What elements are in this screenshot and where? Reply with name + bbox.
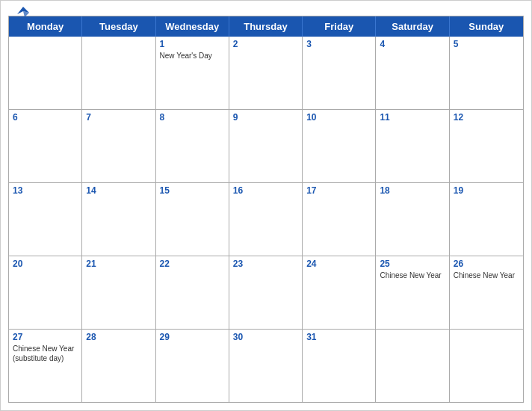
weekday-header-tuesday: Tuesday	[82, 16, 155, 37]
calendar-cell: 27Chinese New Year (substitute day)	[9, 330, 82, 402]
calendar-cell: 2	[229, 37, 303, 109]
day-number: 28	[86, 332, 151, 342]
day-number: 12	[454, 112, 519, 123]
day-number: 5	[454, 39, 519, 49]
calendar: MondayTuesdayWednesdayThursdayFridaySatu…	[8, 16, 524, 403]
day-number: 4	[380, 39, 445, 49]
calendar-header-row: MondayTuesdayWednesdayThursdayFridaySatu…	[9, 16, 523, 37]
day-number: 13	[13, 185, 78, 196]
calendar-week-2: 6789101112	[9, 110, 523, 183]
calendar-week-1: 1New Year's Day2345	[9, 37, 523, 110]
calendar-cell: 9	[229, 110, 303, 182]
calendar-cell	[376, 330, 449, 402]
calendar-cell: 6	[9, 110, 82, 182]
calendar-cell: 29	[156, 330, 229, 402]
calendar-cell: 11	[376, 110, 449, 182]
day-number: 7	[86, 112, 151, 123]
holiday-label: New Year's Day	[160, 51, 225, 61]
calendar-cell: 1New Year's Day	[156, 37, 229, 109]
day-number: 17	[306, 185, 371, 196]
logo-bird-icon	[17, 7, 29, 22]
day-number: 23	[233, 259, 298, 269]
day-number: 9	[233, 112, 298, 123]
weekday-header-thursday: Thursday	[229, 16, 303, 37]
calendar-cell: 31	[303, 330, 376, 402]
calendar-cell: 30	[229, 330, 303, 402]
calendar-week-4: 202122232425Chinese New Year26Chinese Ne…	[9, 256, 523, 330]
holiday-label: Chinese New Year (substitute day)	[13, 344, 78, 363]
calendar-cell: 24	[303, 256, 376, 329]
calendar-cell: 20	[9, 256, 82, 329]
day-number: 16	[233, 185, 298, 196]
calendar-cell: 21	[82, 256, 155, 329]
day-number: 11	[380, 112, 445, 123]
calendar-cell: 10	[303, 110, 376, 182]
calendar-cell: 14	[82, 183, 155, 256]
calendar-body: 1New Year's Day2345678910111213141516171…	[9, 37, 523, 402]
page-header	[1, 1, 531, 16]
day-number: 29	[160, 332, 225, 342]
calendar-cell: 28	[82, 330, 155, 402]
calendar-cell: 5	[450, 37, 523, 109]
calendar-cell: 8	[156, 110, 229, 182]
calendar-week-3: 13141516171819	[9, 183, 523, 256]
calendar-page: MondayTuesdayWednesdayThursdayFridaySatu…	[0, 0, 532, 411]
day-number: 31	[306, 332, 371, 342]
calendar-cell: 12	[450, 110, 523, 182]
day-number: 30	[233, 332, 298, 342]
day-number: 14	[86, 185, 151, 196]
day-number: 20	[13, 259, 78, 269]
calendar-cell: 13	[9, 183, 82, 256]
day-number: 15	[160, 185, 225, 196]
calendar-cell: 16	[229, 183, 303, 256]
calendar-cell	[450, 330, 523, 402]
calendar-cell	[82, 37, 155, 109]
weekday-header-saturday: Saturday	[376, 16, 449, 37]
calendar-cell: 19	[450, 183, 523, 256]
holiday-label: Chinese New Year	[380, 271, 445, 280]
day-number: 10	[306, 112, 371, 123]
day-number: 25	[380, 259, 445, 269]
weekday-header-friday: Friday	[303, 16, 376, 37]
calendar-cell: 22	[156, 256, 229, 329]
calendar-cell: 7	[82, 110, 155, 182]
day-number: 2	[233, 39, 298, 49]
calendar-cell: 18	[376, 183, 449, 256]
day-number: 6	[13, 112, 78, 123]
weekday-header-sunday: Sunday	[450, 16, 523, 37]
day-number: 18	[380, 185, 445, 196]
day-number: 3	[306, 39, 371, 49]
calendar-cell: 25Chinese New Year	[376, 256, 449, 329]
day-number: 19	[454, 185, 519, 196]
day-number: 8	[160, 112, 225, 123]
weekday-header-wednesday: Wednesday	[156, 16, 229, 37]
calendar-cell: 23	[229, 256, 303, 329]
day-number: 22	[160, 259, 225, 269]
day-number: 24	[306, 259, 371, 269]
calendar-cell: 4	[376, 37, 449, 109]
day-number: 1	[160, 39, 225, 49]
calendar-cell	[9, 37, 82, 109]
holiday-label: Chinese New Year	[454, 271, 519, 280]
calendar-cell: 3	[303, 37, 376, 109]
calendar-cell: 17	[303, 183, 376, 256]
calendar-week-5: 27Chinese New Year (substitute day)28293…	[9, 330, 523, 402]
day-number: 26	[454, 259, 519, 269]
calendar-cell: 15	[156, 183, 229, 256]
calendar-cell: 26Chinese New Year	[450, 256, 523, 329]
day-number: 27	[13, 332, 78, 342]
day-number: 21	[86, 259, 151, 269]
